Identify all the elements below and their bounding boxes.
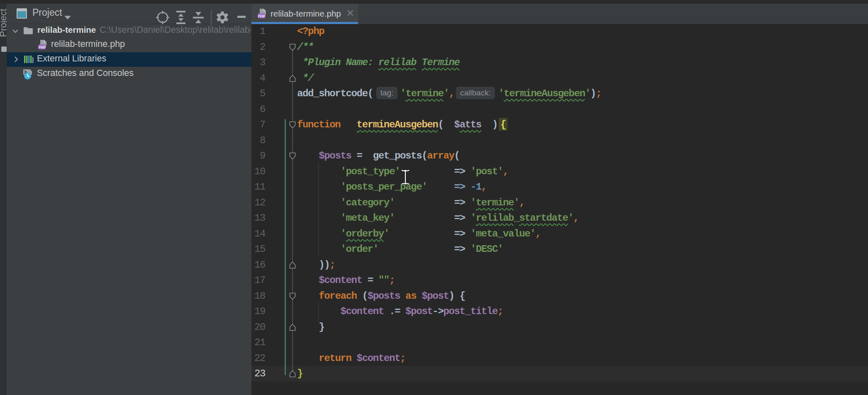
svg-text:PHP: PHP	[38, 45, 46, 49]
svg-text:PHP: PHP	[258, 14, 266, 18]
